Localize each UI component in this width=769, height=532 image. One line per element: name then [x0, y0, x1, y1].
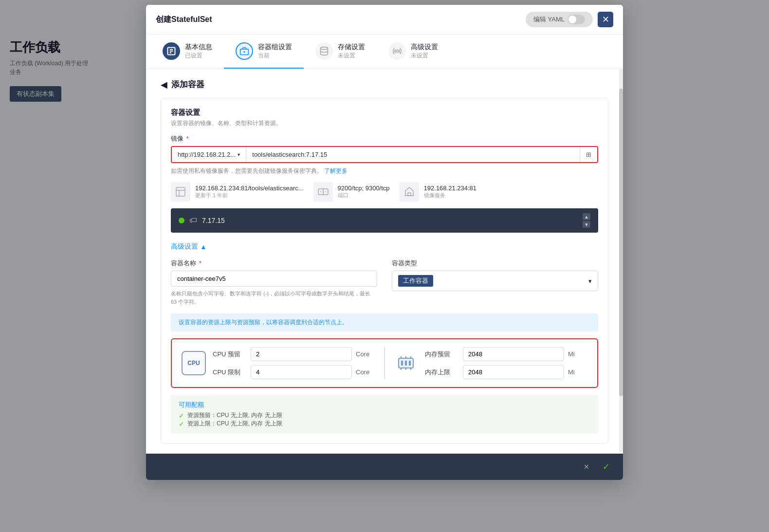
memory-fields: 内存预留 Mi 内存上限 Mi — [425, 347, 587, 379]
svg-point-8 — [396, 50, 399, 53]
resource-divider — [384, 347, 385, 379]
csdn-watermark: CSDN @Try: — [731, 520, 764, 527]
modal-body[interactable]: ◀ 添加容器 容器设置 设置容器的镜像、名称、类型和计算资源。 镜像 * — [146, 69, 623, 454]
port-info-text: 9200/tcp; 9300/tcp 端口 — [338, 184, 390, 199]
cpu-fields: CPU 预留 Core CPU 限制 Core — [213, 347, 375, 379]
quota-check-icon-2: ✓ — [179, 420, 184, 428]
version-down-arrow[interactable]: ▼ — [583, 221, 590, 228]
learn-more-link[interactable]: 了解更多 — [324, 167, 348, 174]
container-name-col: 容器名称 * 名称只能包含小写字母、数字和连字符 (-)，必须以小写字母或数字开… — [171, 259, 377, 306]
card-title: 容器设置 — [171, 108, 598, 117]
version-tag: 7.17.15 — [202, 217, 225, 224]
cpu-reserve-row: CPU 预留 Core — [213, 347, 375, 361]
modal-overlay: 创建StatefulSet 编辑 YAML ✕ — [0, 0, 769, 532]
section-heading: 添加容器 — [171, 79, 204, 90]
scrollbar-thumb — [619, 89, 623, 396]
mem-reserve-unit: Mi — [568, 350, 587, 358]
step-container-label: 容器组设置 — [258, 43, 292, 52]
quota-title: 可用配额 — [179, 401, 590, 409]
image-full-name: 192.168.21.234:81/tools/elasticsearc... — [195, 184, 304, 192]
version-arrows[interactable]: ▲ ▼ — [583, 213, 590, 228]
image-thumbnail — [171, 182, 190, 202]
yaml-toggle[interactable] — [568, 15, 585, 24]
svg-rect-13 — [401, 361, 403, 366]
step-storage-sub: 未设置 — [338, 52, 365, 60]
image-info-text: 192.168.21.234:81/tools/elasticsearc... … — [195, 184, 304, 199]
cpu-reserve-unit: Core — [356, 350, 375, 358]
step-advanced-text: 高级设置 未设置 — [411, 43, 438, 60]
mem-reserve-input[interactable] — [463, 347, 564, 361]
step-basic[interactable]: 基本信息 已设置 — [151, 35, 224, 69]
container-type-col: 容器类型 工作容器 ▾ — [392, 259, 598, 306]
step-container-text: 容器组设置 当前 — [258, 43, 292, 60]
step-container[interactable]: 容器组设置 当前 — [224, 35, 304, 69]
image-update-time: 更新于 1 年前 — [195, 192, 304, 199]
container-type-value: 工作容器 — [398, 275, 433, 287]
cancel-icon: × — [584, 462, 589, 472]
step-basic-text: 基本信息 已设置 — [185, 43, 212, 60]
image-info-row: 192.168.21.234:81/tools/elasticsearc... … — [171, 182, 598, 202]
back-arrow-icon[interactable]: ◀ — [161, 79, 167, 90]
modal-close-button[interactable]: ✕ — [598, 12, 613, 27]
container-name-label: 容器名称 * — [171, 259, 377, 268]
quota-item-1: ✓ 资源预留：CPU 无上限, 内存 无上限 — [179, 411, 590, 420]
image-prefix-button[interactable]: http://192.168.21.2... ▾ — [172, 147, 246, 162]
select-chevron-icon: ▾ — [588, 277, 592, 285]
footer-cancel-button[interactable]: × — [579, 459, 594, 474]
quota-text-2: 资源上限：CPU 无上限, 内存 无上限 — [187, 420, 282, 428]
chevron-down-icon: ▾ — [238, 152, 240, 157]
container-name-type-row: 容器名称 * 名称只能包含小写字母、数字和连字符 (-)，必须以小写字母或数字开… — [171, 259, 598, 306]
quota-item-2: ✓ 资源上限：CPU 无上限, 内存 无上限 — [179, 420, 590, 428]
step-storage-text: 存储设置 未设置 — [338, 43, 365, 60]
port-label: 端口 — [338, 192, 390, 199]
registry-value: 192.168.21.234:81 — [424, 184, 476, 192]
advanced-toggle[interactable]: 高级设置 ▲ — [171, 242, 598, 251]
image-url-input[interactable] — [246, 147, 580, 162]
container-type-select[interactable]: 工作容器 ▾ — [392, 271, 598, 291]
close-icon: ✕ — [602, 14, 609, 25]
memory-icon — [394, 351, 418, 375]
version-up-arrow[interactable]: ▲ — [583, 213, 590, 220]
image-registry-item: 192.168.21.234:81 镜像服务 — [400, 182, 476, 202]
cpu-reserve-label: CPU 预留 — [213, 350, 247, 359]
container-name-required: * — [199, 259, 201, 267]
image-field-label: 镜像 * — [171, 134, 598, 143]
mem-limit-label: 内存上限 — [425, 368, 459, 377]
image-info-name-item: 192.168.21.234:81/tools/elasticsearc... … — [171, 182, 304, 202]
image-input-row: http://192.168.21.2... ▾ ⊞ — [171, 146, 598, 163]
version-bar: 🏷 7.17.15 ▲ ▼ — [171, 208, 598, 233]
tag-icon: 🏷 — [189, 216, 197, 225]
svg-rect-14 — [405, 361, 407, 366]
container-name-input[interactable] — [171, 271, 377, 287]
step-basic-sub: 已设置 — [185, 52, 212, 60]
confirm-icon: ✓ — [603, 461, 610, 472]
cpu-limit-input[interactable] — [251, 365, 352, 379]
step-container-icon — [236, 42, 253, 60]
step-basic-icon — [163, 42, 180, 60]
step-storage[interactable]: 存储设置 未设置 — [304, 35, 377, 69]
steps-bar: 基本信息 已设置 容器组设置 当前 — [146, 35, 623, 69]
registry-label: 镜像服务 — [424, 192, 476, 199]
image-prefix-value: http://192.168.21.2... — [178, 151, 236, 158]
cpu-limit-unit: Core — [356, 368, 375, 376]
modal-scrollbar[interactable] — [619, 69, 623, 454]
quota-check-icon-1: ✓ — [179, 412, 184, 420]
version-info: 🏷 7.17.15 — [179, 216, 225, 225]
step-advanced[interactable]: 高级设置 未设置 — [377, 35, 450, 69]
image-port-item: 9200/tcp; 9300/tcp 端口 — [313, 182, 390, 202]
page-background: 工作负载 工作负载 (Workload) 用于处理业务 有状态副本集 创建Sta… — [0, 0, 769, 532]
image-search-button[interactable]: ⊞ — [580, 147, 597, 162]
mem-limit-unit: Mi — [568, 368, 587, 376]
cpu-reserve-input[interactable] — [251, 347, 352, 361]
step-storage-icon — [315, 42, 333, 60]
footer-confirm-button[interactable]: ✓ — [599, 459, 613, 474]
edit-yaml-button[interactable]: 编辑 YAML — [526, 12, 593, 27]
mem-limit-row: 内存上限 Mi — [425, 365, 587, 379]
quota-banner: 可用配额 ✓ 资源预留：CPU 无上限, 内存 无上限 ✓ 资源上限：CPU 无… — [171, 395, 598, 434]
mem-limit-input[interactable] — [463, 365, 564, 379]
step-advanced-icon — [388, 42, 406, 60]
cpu-icon: CPU — [182, 351, 206, 375]
mem-reserve-label: 内存预留 — [425, 350, 459, 359]
card-desc: 设置容器的镜像、名称、类型和计算资源。 — [171, 119, 598, 128]
grid-icon: ⊞ — [586, 151, 591, 158]
